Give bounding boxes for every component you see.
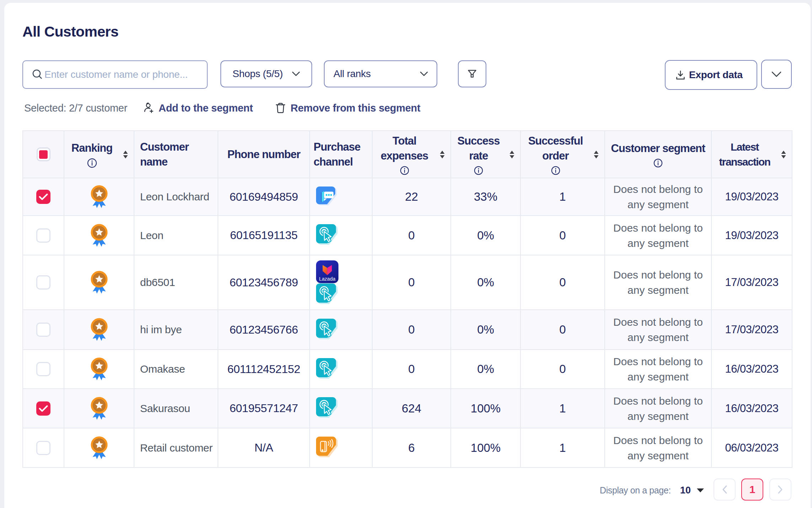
svg-text:Lazada: Lazada [319, 276, 336, 282]
